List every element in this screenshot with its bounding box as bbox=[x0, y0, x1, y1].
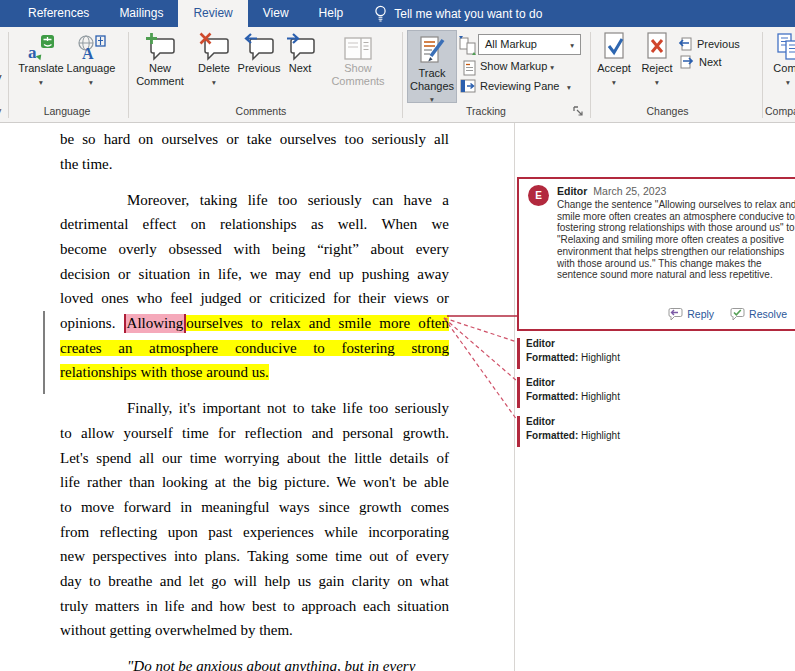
word-window: References Mailings Review View Help Tel… bbox=[0, 0, 795, 671]
previous-comment-icon bbox=[234, 29, 284, 62]
group-divider bbox=[590, 32, 591, 118]
reply-button[interactable]: Reply bbox=[668, 307, 714, 321]
change-action: Formatted: bbox=[526, 430, 578, 441]
doc-line: decision or situation in life, we may en… bbox=[60, 262, 449, 287]
compare-button[interactable]: Comp ▾ bbox=[766, 29, 795, 87]
accept-icon bbox=[593, 29, 635, 62]
doc-line: to move forward in meaningful ways since… bbox=[60, 495, 449, 520]
translate-button[interactable]: a Translate ▾ bbox=[14, 29, 68, 87]
display-for-review-arrow[interactable]: ▾ bbox=[570, 41, 574, 50]
next-comment-icon bbox=[281, 29, 319, 62]
group-label-changes: Changes bbox=[600, 105, 735, 117]
doc-line: "Do not be anxious about anything, but i… bbox=[60, 654, 449, 671]
doc-line: creates an atmosphere conducive to foste… bbox=[60, 336, 449, 361]
ribbon-tab-bar: References Mailings Review View Help Tel… bbox=[0, 0, 795, 27]
accept-button[interactable]: Accept ▾ bbox=[593, 29, 635, 87]
doc-line: day to breathe and let go will help us g… bbox=[60, 569, 449, 594]
tab-mailings[interactable]: Mailings bbox=[104, 0, 178, 27]
next-comment-button[interactable]: Next bbox=[281, 29, 319, 75]
group-divider bbox=[402, 32, 403, 118]
group-divider bbox=[8, 32, 9, 118]
display-for-review-select[interactable]: All Markup ▾ bbox=[478, 34, 581, 55]
previous-comment-button[interactable]: Previous bbox=[234, 29, 284, 75]
tell-me-box[interactable]: Tell me what you want to do bbox=[364, 0, 552, 27]
doc-line: Moreover, taking life too seriously can … bbox=[60, 188, 449, 213]
tab-review[interactable]: Review bbox=[178, 0, 247, 27]
compare-dropdown-arrow[interactable]: ▾ bbox=[786, 78, 790, 87]
language-dropdown-arrow[interactable]: ▾ bbox=[89, 78, 93, 87]
show-markup-button[interactable]: Show Markup ▾ bbox=[480, 60, 554, 72]
group-label-compare: Compa bbox=[765, 105, 795, 117]
resolve-button[interactable]: Resolve bbox=[730, 307, 787, 321]
group-label-comments: Comments bbox=[131, 105, 391, 117]
cutoff-group-fragment: y bbox=[0, 105, 1, 117]
tab-view[interactable]: View bbox=[248, 0, 304, 27]
doc-line: relationships with those around us. bbox=[60, 360, 449, 385]
document-text: be so hard on ourselves or take ourselve… bbox=[60, 127, 449, 671]
new-comment-button[interactable]: New Comment bbox=[131, 29, 189, 87]
doc-line: Finally, it's important not to take life… bbox=[60, 396, 449, 421]
reject-icon bbox=[637, 29, 677, 62]
change-value: Highlight bbox=[581, 391, 620, 402]
comment-body: Change the sentence "Allowing ourselves … bbox=[557, 199, 795, 281]
doc-line: loved ones who feel judged or criticized… bbox=[60, 286, 449, 311]
reject-button[interactable]: Reject ▾ bbox=[637, 29, 677, 87]
delete-comment-button[interactable]: Delete ▾ bbox=[191, 29, 237, 87]
doc-line: the time. bbox=[60, 152, 449, 177]
reject-dropdown-arrow[interactable]: ▾ bbox=[655, 78, 659, 87]
track-changes-icon bbox=[408, 31, 456, 67]
reviewing-pane-button[interactable]: Reviewing Pane bbox=[480, 80, 560, 92]
ribbon: y y a Translate ▾ bbox=[0, 27, 795, 123]
translate-icon: a bbox=[14, 29, 68, 62]
change-action: Formatted: bbox=[526, 391, 578, 402]
reply-icon bbox=[668, 307, 683, 321]
change-entry-bar bbox=[517, 338, 520, 369]
translate-dropdown-arrow[interactable]: ▾ bbox=[39, 78, 43, 87]
change-value: Highlight bbox=[581, 352, 620, 363]
next-change-button[interactable]: Next bbox=[679, 54, 722, 70]
change-entry-bar bbox=[517, 416, 520, 447]
svg-text:A: A bbox=[82, 45, 94, 62]
group-label-tracking: Tracking bbox=[430, 105, 542, 117]
accept-dropdown-arrow[interactable]: ▾ bbox=[612, 78, 616, 87]
display-for-review-icon bbox=[458, 35, 477, 56]
svg-text:a: a bbox=[28, 43, 37, 62]
next-change-icon bbox=[679, 54, 695, 70]
group-divider bbox=[128, 32, 129, 118]
change-value: Highlight bbox=[581, 430, 620, 441]
group-label-language: Language bbox=[14, 105, 120, 117]
language-icon: A bbox=[63, 29, 119, 62]
track-changes-dropdown-arrow[interactable]: ▾ bbox=[430, 95, 434, 104]
comment-date: March 25, 2023 bbox=[593, 185, 666, 197]
show-markup-dropdown-arrow[interactable]: ▾ bbox=[550, 63, 554, 72]
yellow-highlight: relationships with those around us. bbox=[60, 364, 269, 380]
doc-line: truly matters in life and how best to ap… bbox=[60, 594, 449, 619]
tracked-change-bar bbox=[43, 311, 45, 394]
doc-line: new perspectives into plans. Taking some… bbox=[60, 544, 449, 569]
tab-references[interactable]: References bbox=[13, 0, 104, 27]
tab-help[interactable]: Help bbox=[304, 0, 359, 27]
language-button[interactable]: A Language ▾ bbox=[63, 29, 119, 87]
doc-line: life rather than looking at the big pict… bbox=[60, 470, 449, 495]
delete-dropdown-arrow[interactable]: ▾ bbox=[212, 78, 216, 87]
reviewing-pane-dropdown-arrow[interactable]: ▾ bbox=[567, 83, 571, 92]
doc-line: detrimental effect on relationships as w… bbox=[60, 212, 449, 237]
doc-line: become overly obsessed with being “right… bbox=[60, 237, 449, 262]
resolve-icon bbox=[730, 307, 745, 321]
doc-line: opinions. Allowingourselves to relax and… bbox=[60, 311, 449, 336]
new-comment-icon bbox=[131, 29, 189, 62]
show-comments-icon bbox=[325, 29, 391, 62]
yellow-highlight: creates an atmosphere conducive to foste… bbox=[60, 340, 449, 356]
doc-line: without getting overwhelmed by them. bbox=[60, 618, 449, 643]
group-divider bbox=[762, 32, 763, 118]
yellow-highlight: ourselves to relax and smile more often bbox=[186, 315, 449, 331]
previous-change-button[interactable]: Previous bbox=[677, 36, 740, 52]
tracking-dialog-launcher[interactable] bbox=[573, 106, 584, 117]
change-author: Editor bbox=[526, 416, 555, 427]
show-comments-button: Show Comments bbox=[325, 29, 391, 87]
lightbulb-icon bbox=[374, 5, 387, 22]
track-changes-button[interactable]: Track Changes ▾ bbox=[407, 30, 457, 103]
change-action: Formatted: bbox=[526, 352, 578, 363]
comment-card[interactable]: E EditorMarch 25, 2023 Change the senten… bbox=[517, 177, 795, 331]
show-markup-icon bbox=[462, 59, 477, 77]
